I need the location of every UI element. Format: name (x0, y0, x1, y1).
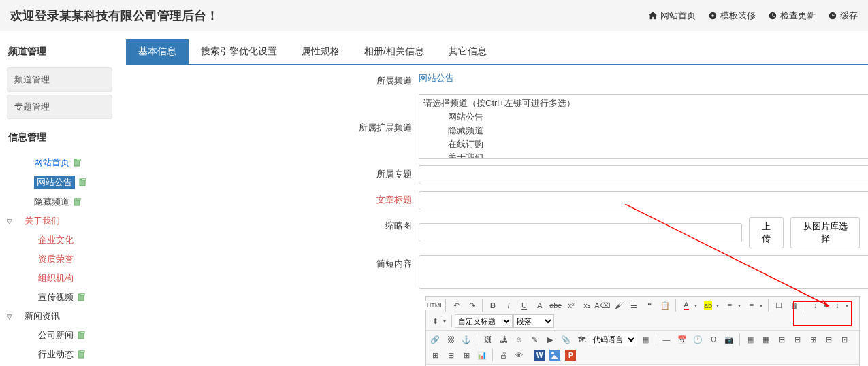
tree-item[interactable]: 企业文化 (7, 231, 119, 250)
title-input[interactable] (419, 191, 868, 210)
autotypeset-icon[interactable]: ☰ (626, 298, 641, 313)
listbox-option[interactable]: 关于我们 (423, 151, 868, 159)
selectall-icon[interactable]: ☐ (771, 298, 786, 313)
separator (482, 299, 483, 312)
strike-icon[interactable]: abc (548, 298, 563, 313)
undo-icon[interactable]: ↶ (449, 298, 464, 313)
fontborder-icon[interactable]: A̲ (532, 298, 547, 313)
gallery-button[interactable]: 从图片库选择 (790, 217, 860, 248)
upload-button[interactable]: 上传 (749, 217, 784, 248)
tree-item[interactable]: 网站首页 (7, 153, 119, 172)
spechars-icon[interactable]: Ω (706, 332, 721, 347)
subscript-icon[interactable]: x₂ (579, 298, 594, 313)
tree-item[interactable]: 行业动态 (7, 345, 119, 364)
emotion-icon[interactable]: ☺ (511, 332, 526, 347)
tree-item[interactable]: 宣传视频 (7, 288, 119, 307)
tab-0[interactable]: 基本信息 (126, 39, 189, 64)
lineheight-icon[interactable]: ⬍ (428, 314, 443, 329)
insertrow-icon[interactable]: ⊞ (774, 332, 789, 347)
link-site-home[interactable]: 网站首页 (648, 10, 696, 22)
forecolor-icon[interactable]: A (679, 298, 694, 313)
tree-item[interactable]: 网站公告 (7, 172, 119, 193)
print-icon[interactable]: 🖨 (496, 348, 511, 363)
italic-icon[interactable]: I (501, 298, 516, 313)
image-paste-icon[interactable] (547, 348, 562, 363)
link-cache[interactable]: 缓存 (828, 10, 858, 22)
link-check-update[interactable]: 检查更新 (768, 10, 816, 22)
clock-icon (828, 11, 837, 20)
delcol-icon[interactable]: ⊟ (821, 332, 836, 347)
redo-icon[interactable]: ↷ (464, 298, 479, 313)
tab-2[interactable]: 属性规格 (289, 39, 352, 64)
pasteplain-icon[interactable]: 📋 (658, 298, 673, 313)
brief-textarea[interactable] (419, 255, 868, 289)
video-icon[interactable]: ▶ (543, 332, 558, 347)
underline-icon[interactable]: U (517, 298, 532, 313)
insertlist2-icon[interactable]: ≡ (744, 298, 759, 313)
bold-icon[interactable]: B (485, 298, 500, 313)
charts-icon[interactable]: 📊 (475, 348, 489, 363)
blockquote-icon[interactable]: ❝ (642, 298, 657, 313)
tree-item[interactable]: 隐藏频道 (7, 193, 119, 212)
insertlist-icon[interactable]: ≡ (722, 298, 737, 313)
ext-channel-listbox[interactable]: 请选择频道（按Ctrl+左键可进行多选） 网站公告 隐藏频道 在线订购 关于我们… (419, 94, 868, 159)
listbox-option[interactable]: 在线订购 (423, 137, 868, 151)
separator (492, 349, 493, 361)
link-icon[interactable]: 🔗 (428, 332, 443, 347)
tab-1[interactable]: 搜索引擎优化设置 (189, 39, 289, 64)
removeformat-icon[interactable]: A⌫ (595, 298, 610, 313)
backcolor-icon[interactable]: ab (701, 298, 716, 313)
formatmatch-icon[interactable]: 🖌 (611, 298, 626, 313)
topic-input[interactable] (419, 165, 868, 184)
unlink-icon[interactable]: ⛓ (443, 332, 458, 347)
tree-item[interactable]: 公司新闻 (7, 326, 119, 345)
tree-item[interactable]: ▽新闻资讯 (7, 307, 119, 326)
hr-icon[interactable]: — (659, 332, 674, 347)
rowspacing-icon[interactable]: ↕ (808, 298, 823, 313)
preview-icon[interactable]: 👁 (511, 348, 526, 363)
image2-icon[interactable]: 🏞 (496, 332, 511, 347)
separator (656, 333, 656, 346)
superscript-icon[interactable]: x² (564, 298, 579, 313)
map-icon[interactable]: 🗺 (574, 332, 589, 347)
tree-item[interactable]: 资质荣誉 (7, 250, 119, 269)
link-template[interactable]: 模板装修 (708, 10, 756, 22)
background-icon[interactable]: ▦ (638, 332, 653, 347)
thumbnail-input[interactable] (419, 223, 742, 242)
date-icon[interactable]: 📅 (675, 332, 690, 347)
channel-link[interactable]: 网站公告 (419, 72, 454, 84)
mergecell-icon[interactable]: ⊡ (837, 332, 852, 347)
page-icon (78, 331, 86, 339)
paragraph-select[interactable]: 段落 (513, 314, 554, 328)
time-icon[interactable]: 🕐 (690, 332, 705, 347)
splitcols-icon[interactable]: ⊞ (459, 348, 474, 363)
image-icon[interactable]: 🖼 (480, 332, 495, 347)
cleardoc-icon[interactable]: 🗑 (787, 298, 802, 313)
insertcol-icon[interactable]: ⊞ (805, 332, 820, 347)
tab-3[interactable]: 相册/相关信息 (352, 39, 436, 64)
snapscreen-icon[interactable]: 📷 (722, 332, 737, 347)
listbox-option[interactable]: 请选择频道（按Ctrl+左键可进行多选） (423, 97, 868, 110)
tree-item[interactable]: 组织机构 (7, 269, 119, 288)
tab-4[interactable]: 其它信息 (436, 39, 499, 64)
anchor-icon[interactable]: ⚓ (459, 332, 474, 347)
tree-item[interactable]: ▽关于我们 (7, 212, 119, 231)
sidebar-item-channel-mgmt[interactable]: 频道管理 (7, 67, 112, 92)
attachment-icon[interactable]: 📎 (558, 332, 573, 347)
delrow-icon[interactable]: ⊟ (790, 332, 805, 347)
listbox-option[interactable]: 隐藏频道 (423, 124, 868, 137)
scrawl-icon[interactable]: ✎ (527, 332, 542, 347)
splitcell-icon[interactable]: ⊞ (428, 348, 443, 363)
content-area: 基本信息搜索引擎优化设置属性规格相册/相关信息其它信息 所属频道 网站公告 所属… (119, 31, 868, 366)
rowspacing2-icon[interactable]: ↕ (830, 298, 845, 313)
html-source-button[interactable]: HTML (428, 298, 443, 313)
word-paste-icon[interactable]: W (532, 348, 547, 363)
table-icon[interactable]: ▦ (743, 332, 758, 347)
code-lang-select[interactable]: 代码语言 (590, 333, 637, 346)
custom-heading-select[interactable]: 自定义标题 (455, 314, 513, 328)
splitrows-icon[interactable]: ⊞ (443, 348, 458, 363)
sidebar-item-topic-mgmt[interactable]: 专题管理 (7, 95, 112, 119)
ppt-paste-icon[interactable]: P (563, 348, 578, 363)
deltable-icon[interactable]: ▦ (758, 332, 773, 347)
listbox-option[interactable]: 网站公告 (423, 110, 868, 124)
